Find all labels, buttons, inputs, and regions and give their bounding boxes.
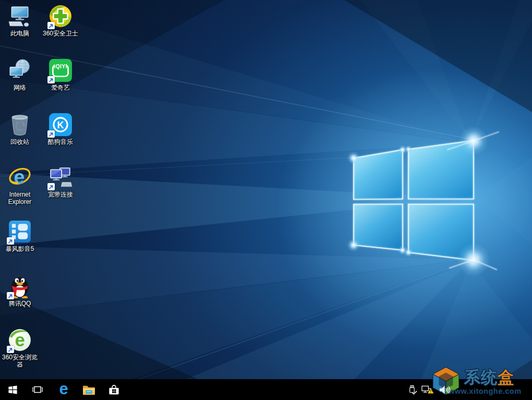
watermark-title: 系统盒 bbox=[464, 367, 514, 389]
task-view-icon bbox=[32, 384, 43, 395]
shortcut-arrow-icon bbox=[7, 346, 14, 353]
start-icon bbox=[7, 384, 18, 395]
network-icon bbox=[8, 58, 32, 82]
desktop-icon-internet-explorer[interactable]: e Internet Explorer bbox=[0, 165, 40, 205]
network-warning-icon bbox=[421, 384, 434, 396]
shortcut-arrow-icon bbox=[47, 22, 55, 29]
desktop-icon-label: 360安全卫士 bbox=[43, 30, 78, 37]
desktop-icon-label: 宽带连接 bbox=[48, 191, 73, 198]
desktop-icon-recycle-bin[interactable]: 回收站 bbox=[0, 113, 40, 146]
desktop-icon-baofeng-player[interactable]: 暴风影音5 bbox=[0, 220, 40, 252]
volume-button[interactable] bbox=[437, 379, 453, 400]
file-explorer-button[interactable] bbox=[78, 379, 99, 400]
shortcut-arrow-icon bbox=[47, 183, 55, 190]
this-pc-icon bbox=[8, 4, 32, 28]
shortcut-arrow-icon bbox=[47, 76, 55, 83]
desktop-icon-kugou-music[interactable]: K 酷狗音乐 bbox=[41, 113, 80, 146]
task-view-button[interactable] bbox=[27, 379, 48, 400]
volume-icon bbox=[439, 384, 452, 395]
desktop-icon-label: Internet Explorer bbox=[0, 191, 40, 205]
svg-text:iQIYI: iQIYI bbox=[54, 64, 67, 69]
desktop-icon-label: 此电脑 bbox=[10, 30, 29, 37]
desktop-icon-tencent-qq[interactable]: 腾讯QQ bbox=[0, 274, 40, 307]
watermark-title-orange: 盒 bbox=[498, 368, 514, 386]
svg-text:K: K bbox=[57, 120, 64, 130]
desktop-icon-network[interactable]: 网络 bbox=[0, 58, 40, 91]
desktop-icon-label: 腾讯QQ bbox=[9, 300, 31, 307]
store-icon bbox=[108, 384, 120, 396]
shortcut-arrow-icon bbox=[7, 237, 14, 245]
shortcut-arrow-icon bbox=[47, 130, 55, 138]
desktop-icon-this-pc[interactable]: 此电脑 bbox=[0, 4, 40, 37]
usb-safely-remove-button[interactable] bbox=[404, 379, 420, 400]
desktop-icon-360-safety-guard[interactable]: 360安全卫士 bbox=[41, 4, 80, 37]
recycle-bin-icon bbox=[8, 113, 32, 137]
usb-safely-remove-icon bbox=[407, 384, 418, 395]
watermark-title-blue: 系统 bbox=[464, 368, 498, 386]
network-status-button[interactable] bbox=[419, 379, 435, 400]
internet-explorer-icon: e bbox=[8, 165, 32, 189]
start-button[interactable] bbox=[2, 379, 23, 400]
desktop-icon-broadband-connection[interactable]: 宽带连接 bbox=[41, 165, 80, 198]
watermark-url: www.xitonghe.com bbox=[449, 387, 522, 395]
desktop-icon-label: 360安全浏览器 bbox=[0, 354, 40, 368]
file-explorer-icon bbox=[82, 384, 95, 395]
svg-text:e: e bbox=[14, 166, 25, 188]
desktop-icon-label: 回收站 bbox=[10, 138, 29, 146]
desktop-icon-label: 酷狗音乐 bbox=[48, 138, 73, 146]
shortcut-arrow-icon bbox=[7, 292, 14, 299]
desktop-icon-label: 暴风影音5 bbox=[6, 245, 34, 252]
desktop-icon-360-browser[interactable]: e 360安全浏览器 bbox=[0, 328, 40, 368]
desktop-icon-label: 网络 bbox=[14, 84, 26, 91]
store-button[interactable] bbox=[103, 379, 124, 400]
edge-icon: e bbox=[59, 381, 68, 397]
desktop-icon-iqiyi[interactable]: iQIYI 爱奇艺 bbox=[41, 58, 80, 91]
edge-button[interactable]: e bbox=[53, 379, 74, 400]
desktop-icon-label: 爱奇艺 bbox=[51, 84, 70, 91]
